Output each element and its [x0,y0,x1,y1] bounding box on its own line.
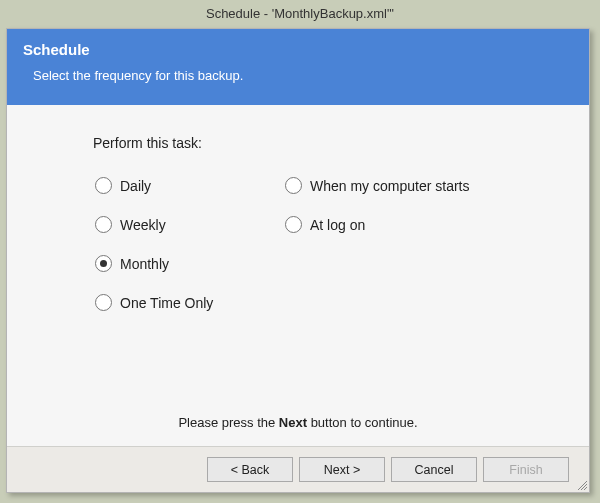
radio-label: When my computer starts [310,178,470,194]
radio-weekly[interactable]: Weekly [95,216,265,233]
footer-text-after: button to continue. [311,415,418,430]
banner: Schedule Select the frequency for this b… [7,29,589,105]
footer-text-bold: Next [279,415,307,430]
radio-icon [285,216,302,233]
button-bar: < Back Next > Cancel Finish [7,446,589,492]
dialog-frame: Schedule Select the frequency for this b… [6,28,590,493]
window-titlebar[interactable]: Schedule - 'MonthlyBackup.xml"' [0,0,600,28]
schedule-window: Schedule - 'MonthlyBackup.xml"' Schedule… [0,0,600,503]
frequency-options: Daily When my computer starts Weekly At … [95,177,569,311]
radio-computer-starts[interactable]: When my computer starts [285,177,525,194]
banner-title: Schedule [23,41,573,58]
footer-text-before: Please press the [178,415,278,430]
radio-at-logon[interactable]: At log on [285,216,525,233]
radio-icon [95,216,112,233]
window-title: Schedule - 'MonthlyBackup.xml"' [206,6,394,21]
banner-subtitle: Select the frequency for this backup. [23,68,573,83]
next-button[interactable]: Next > [299,457,385,482]
radio-label: Daily [120,178,151,194]
radio-icon [95,177,112,194]
finish-button: Finish [483,457,569,482]
task-prompt: Perform this task: [93,135,569,151]
radio-label: Weekly [120,217,166,233]
radio-icon [285,177,302,194]
radio-monthly[interactable]: Monthly [95,255,265,272]
radio-label: Monthly [120,256,169,272]
resize-grip-icon[interactable] [575,478,587,490]
back-button[interactable]: < Back [207,457,293,482]
radio-daily[interactable]: Daily [95,177,265,194]
dialog-body: Perform this task: Daily When my compute… [7,105,589,321]
radio-one-time-only[interactable]: One Time Only [95,294,265,311]
footer-instruction: Please press the Next button to continue… [7,415,589,430]
radio-icon [95,294,112,311]
radio-label: One Time Only [120,295,213,311]
radio-label: At log on [310,217,365,233]
cancel-button[interactable]: Cancel [391,457,477,482]
radio-icon-selected [95,255,112,272]
